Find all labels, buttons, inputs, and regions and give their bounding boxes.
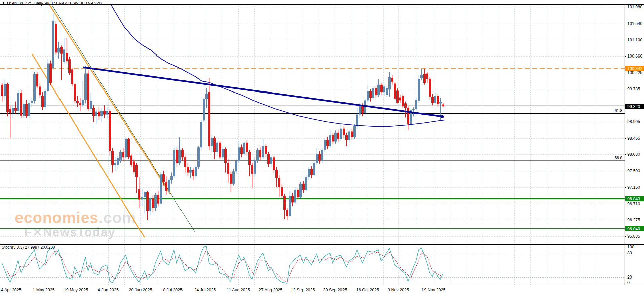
stochastic-panel[interactable] [2,246,443,283]
candle [33,74,36,101]
stochastic-indicator-label: Stoch(5,3,3) 27.9987 20.0230 [2,245,55,250]
candle [109,111,111,151]
time-axis-label: 14 Apr 2025 [0,288,22,292]
candle [82,100,84,105]
candle [248,152,251,165]
candle [106,111,108,114]
candle [55,24,57,52]
candle [119,152,122,160]
candle [117,158,119,165]
candle [281,187,283,196]
candle [114,163,116,165]
candle [375,88,377,95]
level-lines-layer: 61.866.8 [0,69,625,229]
candle [4,84,6,96]
candle [402,96,404,106]
candle [380,85,383,92]
price-axis-label: 97.150 [627,185,640,190]
candle [84,74,87,100]
candle [308,169,310,178]
candle [353,126,356,137]
candle [12,108,14,113]
candle [187,167,189,173]
time-axis-label: 24 Jul 2025 [194,288,216,292]
candle [203,99,205,120]
chart-window: economies.com F✕NewsToday 61.866.8101.98… [0,0,644,294]
stoch-axis-label: 0 [627,280,630,285]
candle [407,108,409,124]
candle [39,86,41,95]
symbol-ohlc-text: USINDX.Z25,Daily 99.371 99.416 99.303 99… [7,1,102,6]
price-chart[interactable]: 61.866.8101.980101.540101.100100.660100.… [0,0,644,294]
candle [1,85,3,96]
candle [222,149,224,158]
candle [399,98,401,101]
price-axis-label: 101.980 [627,5,642,9]
symbol-dropdown-icon[interactable]: ▼ [2,1,5,5]
trendline-endpoint[interactable] [441,115,444,118]
candle [95,112,97,116]
candle [162,174,165,182]
candle [76,101,79,103]
candle [71,69,73,84]
candle [9,109,11,113]
price-axis-label: 101.540 [627,21,642,26]
candle [278,178,280,187]
candle [144,192,146,197]
time-axis-label: 8 Jul 2025 [163,288,183,292]
stoch-k-line [2,246,443,283]
candle [173,150,175,176]
candle [437,96,439,104]
candle [14,108,17,111]
candle [184,157,186,167]
time-axis[interactable]: 14 Apr 20251 May 202519 May 20254 Jun 20… [0,288,445,292]
support-2-badge-text: 96.040 [627,227,640,231]
candle [6,84,9,112]
candle [251,165,253,174]
candle [270,157,272,164]
overlay-lines-layer [83,0,445,126]
candle [423,74,426,83]
price-axis-label: 101.100 [627,38,642,42]
candle [246,143,248,152]
candle [256,150,259,160]
time-axis-label: 19 May 2025 [64,288,88,292]
candle [340,129,342,139]
candle [383,86,385,92]
candle [243,143,245,154]
candle [154,195,157,208]
candles-layer[interactable] [1,14,444,220]
candle [165,182,167,191]
candle [337,133,339,139]
candle [232,171,235,184]
candle [235,161,237,171]
fib-61-8-label: 61.8 [615,108,623,113]
candle [326,140,329,146]
candle [240,147,243,154]
time-axis-label: 3 Nov 2025 [388,288,409,292]
grid-layer [0,5,625,285]
candle [367,91,369,101]
fib-66-8-label: 66.8 [615,156,623,160]
candle [386,88,388,95]
candle [442,105,444,107]
candle [149,198,151,211]
candle [47,64,49,91]
candle [122,152,124,158]
candle [197,147,200,167]
candle [420,75,423,78]
candle [63,50,65,62]
candle [79,103,81,105]
price-axis-label: 99.785 [627,87,640,91]
stoch-axis-label: 80 [627,251,632,255]
candle [275,170,278,178]
candle [345,135,348,140]
candle [332,135,334,142]
candle [313,163,315,175]
current-price-badge-text: 99.320 [627,104,640,109]
candle [283,196,286,210]
candle [176,150,178,163]
candle [439,102,442,103]
time-axis-label: 27 Aug 2025 [259,288,282,292]
candle [377,85,380,95]
